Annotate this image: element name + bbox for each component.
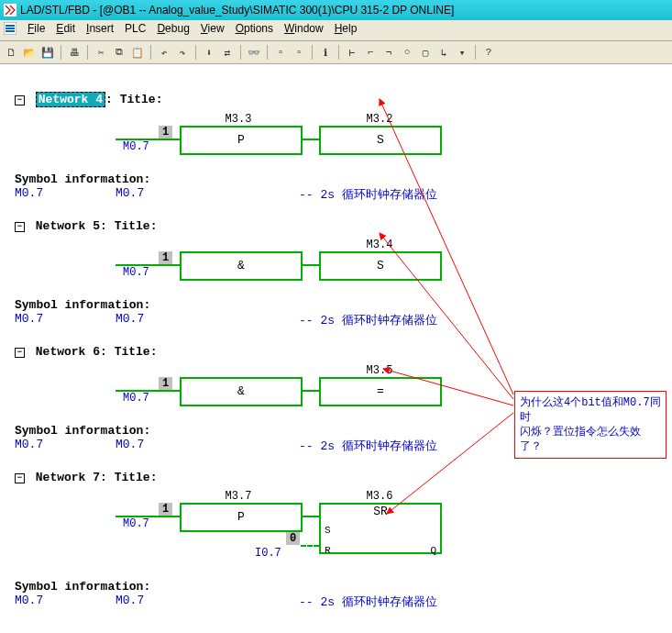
block2-icon[interactable]: ▫ bbox=[292, 45, 306, 60]
assign-box[interactable]: = bbox=[319, 377, 442, 406]
menu-options[interactable]: Options bbox=[236, 22, 273, 39]
print-icon[interactable]: 🖶 bbox=[67, 45, 82, 60]
app-menu-icon[interactable] bbox=[4, 22, 17, 39]
input-value: 1 bbox=[159, 126, 172, 139]
undo-icon[interactable]: ↶ bbox=[157, 45, 171, 60]
rung-wire bbox=[301, 264, 319, 266]
contact-icon[interactable]: ⊢ bbox=[345, 45, 359, 60]
syminfo-addr: M0.7 bbox=[15, 186, 116, 203]
download-icon[interactable]: ⬇ bbox=[202, 45, 216, 60]
s-box[interactable]: S bbox=[319, 126, 442, 155]
network-4-header[interactable]: − Network 4: Title: bbox=[15, 92, 663, 107]
collapse-icon[interactable]: − bbox=[15, 95, 25, 106]
open-icon[interactable]: 📂 bbox=[22, 45, 37, 60]
box2-address: M3.6 bbox=[343, 490, 416, 503]
branch-open-icon[interactable]: ⌐ bbox=[363, 45, 378, 60]
symbol-info-4: Symbol information: M0.7 M0.7 -- 2s 循环时钟… bbox=[15, 172, 663, 203]
menu-help[interactable]: Help bbox=[335, 22, 358, 39]
collapse-icon[interactable]: − bbox=[15, 473, 25, 483]
menu-edit[interactable]: Edit bbox=[56, 22, 75, 39]
syminfo-addr: M0.7 bbox=[15, 594, 116, 610]
syminfo-row: M0.7 M0.7 -- 2s 循环时钟存储器位 bbox=[15, 186, 663, 203]
syminfo-symbol: M0.7 bbox=[116, 438, 299, 454]
separator bbox=[61, 45, 61, 60]
network-7-ladder[interactable]: M3.7 M3.6 1 M0.7 P SR S R Q 0 I0.7 bbox=[15, 490, 663, 563]
annotation-line1: 为什么这4个bit值和M0.7同时 bbox=[520, 395, 661, 425]
separator bbox=[240, 45, 241, 60]
cut-icon[interactable]: ✂ bbox=[94, 45, 108, 60]
menu-file[interactable]: FFileile bbox=[28, 22, 45, 39]
network-4-label: Network 4 bbox=[36, 92, 105, 107]
p-box[interactable]: P bbox=[180, 503, 303, 532]
annotation-line2: 闪烁？置位指令怎么失效了？ bbox=[520, 425, 661, 454]
syminfo-addr: M0.7 bbox=[15, 438, 116, 454]
rung-wire bbox=[301, 516, 319, 517]
separator bbox=[195, 45, 196, 60]
toolbar: 🗋 📂 💾 🖶 ✂ ⧉ 📋 ↶ ↷ ⬇ ⇄ 👓 ▫ ▫ ℹ ⊢ ⌐ ¬ ○ ▢ … bbox=[0, 41, 672, 64]
box2-address: M3.5 bbox=[343, 364, 416, 377]
separator bbox=[150, 45, 151, 60]
menu-plc[interactable]: PLC bbox=[125, 22, 146, 39]
menu-window[interactable]: Window bbox=[284, 22, 324, 39]
rung-wire bbox=[301, 390, 319, 392]
input-address: M0.7 bbox=[123, 140, 149, 153]
coil-icon[interactable]: ○ bbox=[400, 45, 414, 60]
menu-debug[interactable]: Debug bbox=[157, 22, 189, 39]
network-6-header[interactable]: − Network 6: Title: bbox=[15, 345, 663, 359]
p-box[interactable]: P bbox=[180, 126, 303, 155]
editor-content: − Network 4: Title: M3.3 M3.2 1 M0.7 P S… bbox=[0, 64, 672, 619]
box2-address: M3.4 bbox=[343, 239, 416, 251]
branch-close-icon[interactable]: ¬ bbox=[381, 45, 396, 60]
and-box[interactable]: & bbox=[180, 251, 303, 281]
dropdown-icon[interactable]: ▾ bbox=[455, 45, 469, 60]
network-7-title: : Title: bbox=[100, 471, 157, 484]
network-7-header[interactable]: − Network 7: Title: bbox=[15, 471, 663, 484]
block-icon[interactable]: ▫ bbox=[273, 45, 288, 60]
pin-r-label: R bbox=[325, 545, 331, 556]
info-icon[interactable]: ℹ bbox=[318, 45, 333, 60]
input-value: 1 bbox=[159, 503, 172, 516]
redo-icon[interactable]: ↷ bbox=[175, 45, 190, 60]
compare-icon[interactable]: ⇄ bbox=[220, 45, 235, 60]
symbol-info-7: Symbol information: M0.7 M0.7 -- 2s 循环时钟… bbox=[15, 580, 663, 610]
copy-icon[interactable]: ⧉ bbox=[112, 45, 127, 60]
network-5-header[interactable]: − Network 5: Title: bbox=[15, 219, 663, 233]
pin-s-label: S bbox=[325, 525, 331, 536]
pin-q-label: Q bbox=[430, 545, 436, 556]
syminfo-header: Symbol information: bbox=[15, 298, 663, 312]
paste-icon[interactable]: 📋 bbox=[130, 45, 145, 60]
syminfo-symbol: M0.7 bbox=[116, 186, 299, 203]
separator bbox=[87, 45, 88, 60]
menu-view[interactable]: View bbox=[201, 22, 225, 39]
new-icon[interactable]: 🗋 bbox=[4, 45, 18, 60]
help-icon[interactable]: ? bbox=[481, 45, 496, 60]
connector-icon[interactable]: ↳ bbox=[436, 45, 451, 60]
network-4-title: : Title: bbox=[105, 93, 162, 106]
save-icon[interactable]: 💾 bbox=[40, 45, 55, 60]
box-icon[interactable]: ▢ bbox=[418, 45, 433, 60]
syminfo-addr: M0.7 bbox=[15, 312, 116, 328]
svg-rect-3 bbox=[6, 28, 15, 29]
s-box[interactable]: S bbox=[319, 251, 442, 281]
network-5-ladder[interactable]: M3.4 1 M0.7 & S bbox=[15, 239, 663, 289]
network-6-label: Network 6 bbox=[36, 345, 100, 359]
syminfo-header: Symbol information: bbox=[15, 172, 663, 186]
collapse-icon[interactable]: − bbox=[15, 348, 25, 358]
input-address: M0.7 bbox=[123, 392, 149, 405]
network-6-title: : Title: bbox=[100, 345, 157, 359]
sr-box[interactable]: SR S R Q bbox=[319, 503, 442, 554]
menu-insert[interactable]: Insert bbox=[86, 22, 114, 39]
network-4-ladder[interactable]: M3.3 M3.2 1 M0.7 P S bbox=[15, 113, 663, 163]
menubar: FFileile Edit Insert PLC Debug View Opti… bbox=[0, 20, 672, 41]
syminfo-comment: -- 2s 循环时钟存储器位 bbox=[299, 594, 437, 610]
rung-wire bbox=[301, 139, 319, 140]
network-5-label: Network 5 bbox=[36, 219, 100, 233]
and-box[interactable]: & bbox=[180, 377, 303, 406]
syminfo-row: M0.7 M0.7 -- 2s 循环时钟存储器位 bbox=[15, 594, 663, 610]
monitor-icon[interactable]: 👓 bbox=[247, 45, 261, 60]
separator bbox=[475, 45, 476, 60]
separator bbox=[312, 45, 313, 60]
syminfo-header: Symbol information: bbox=[15, 580, 663, 594]
separator bbox=[267, 45, 268, 60]
collapse-icon[interactable]: − bbox=[15, 222, 25, 232]
